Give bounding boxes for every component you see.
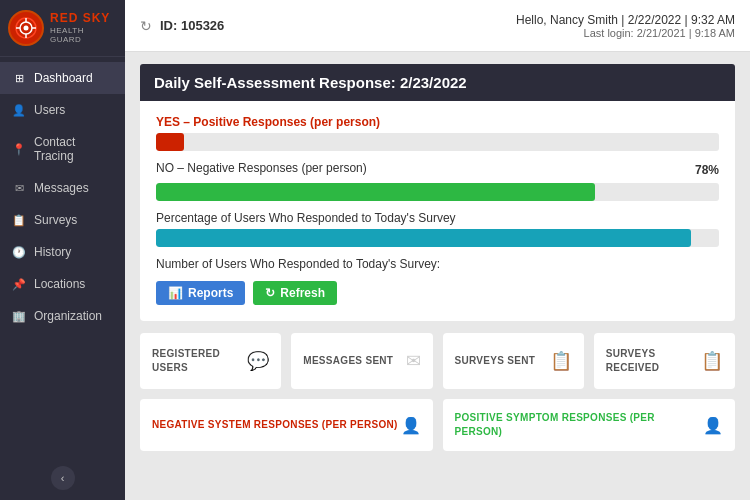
bottom-card-label-negative-system: NEGATIVE SYSTEM RESPONSES (PER PERSON) bbox=[152, 418, 398, 432]
stat-icon-registered-users: 💬 bbox=[247, 350, 269, 372]
content-area: Daily Self-Assessment Response: 2/23/202… bbox=[125, 52, 750, 500]
nav-label-organization: Organization bbox=[34, 309, 102, 323]
stats-row: REGISTERED USERS 💬 MESSAGES SENT ✉ SURVE… bbox=[140, 333, 735, 389]
topbar-last-login: Last login: 2/21/2021 | 9:18 AM bbox=[516, 27, 735, 39]
nav-icon-history: 🕐 bbox=[12, 246, 26, 259]
bottom-card-negative-system: NEGATIVE SYSTEM RESPONSES (PER PERSON) 👤 bbox=[140, 399, 433, 451]
sidebar-item-history[interactable]: 🕐 History bbox=[0, 236, 125, 268]
metric-label-pct: Percentage of Users Who Responded to Tod… bbox=[156, 211, 719, 225]
nav-icon-users: 👤 bbox=[12, 104, 26, 117]
bottom-row: NEGATIVE SYSTEM RESPONSES (PER PERSON) 👤… bbox=[140, 399, 735, 451]
topbar-greeting: Hello, Nancy Smith | 2/22/2022 | 9:32 AM bbox=[516, 13, 735, 27]
logo-icon bbox=[8, 10, 44, 46]
metric-label-yes: YES – Positive Responses (per person) bbox=[156, 115, 719, 129]
sidebar-item-organization[interactable]: 🏢 Organization bbox=[0, 300, 125, 332]
stat-label-surveys-received: SURVEYS RECEIVED bbox=[606, 347, 701, 375]
nav-label-dashboard: Dashboard bbox=[34, 71, 93, 85]
metric-value-no: 78% bbox=[695, 163, 719, 177]
nav-label-messages: Messages bbox=[34, 181, 89, 195]
sidebar-item-surveys[interactable]: 📋 Surveys bbox=[0, 204, 125, 236]
reports-label: Reports bbox=[188, 286, 233, 300]
logo-text: RED SKY HEALTH GUARD bbox=[50, 12, 117, 43]
brand-name: RED SKY bbox=[50, 12, 117, 25]
bottom-card-icon-negative-system: 👤 bbox=[401, 416, 421, 435]
topbar-right: Hello, Nancy Smith | 2/22/2022 | 9:32 AM… bbox=[516, 13, 735, 39]
nav-icon-dashboard: ⊞ bbox=[12, 72, 26, 85]
metric-label-no: NO – Negative Responses (per person) bbox=[156, 161, 367, 175]
topbar-left: ↻ ID: 105326 bbox=[140, 18, 224, 34]
nav-label-contact-tracing: Contact Tracing bbox=[34, 135, 113, 163]
number-label: Number of Users Who Responded to Today's… bbox=[156, 257, 719, 271]
nav-icon-organization: 🏢 bbox=[12, 310, 26, 323]
stat-card-registered-users: REGISTERED USERS 💬 bbox=[140, 333, 281, 389]
topbar-refresh-icon: ↻ bbox=[140, 18, 152, 34]
svg-point-2 bbox=[24, 26, 29, 31]
nav-label-history: History bbox=[34, 245, 71, 259]
sidebar-item-contact-tracing[interactable]: 📍 Contact Tracing bbox=[0, 126, 125, 172]
stat-card-surveys-sent: SURVEYS SENT 📋 bbox=[443, 333, 584, 389]
refresh-label: Refresh bbox=[280, 286, 325, 300]
sidebar-item-messages[interactable]: ✉ Messages bbox=[0, 172, 125, 204]
stat-card-surveys-received: SURVEYS RECEIVED 📋 bbox=[594, 333, 735, 389]
sidebar-item-locations[interactable]: 📌 Locations bbox=[0, 268, 125, 300]
nav-label-locations: Locations bbox=[34, 277, 85, 291]
sidebar-item-users[interactable]: 👤 Users bbox=[0, 94, 125, 126]
collapse-button[interactable]: ‹ bbox=[51, 466, 75, 490]
metric-row-no: NO – Negative Responses (per person) 78% bbox=[156, 161, 719, 179]
nav-label-users: Users bbox=[34, 103, 65, 117]
reports-button[interactable]: 📊 Reports bbox=[156, 281, 245, 305]
stat-icon-surveys-sent: 📋 bbox=[550, 350, 572, 372]
progress-bar-no bbox=[156, 183, 595, 201]
nav-icon-contact-tracing: 📍 bbox=[12, 143, 26, 156]
sidebar-item-dashboard[interactable]: ⊞ Dashboard bbox=[0, 62, 125, 94]
sidebar-collapse-area: ‹ bbox=[0, 456, 125, 500]
progress-bar-pct-container bbox=[156, 229, 719, 247]
progress-bar-no-container bbox=[156, 183, 719, 201]
refresh-button[interactable]: ↻ Refresh bbox=[253, 281, 337, 305]
main-content: ↻ ID: 105326 Hello, Nancy Smith | 2/22/2… bbox=[125, 0, 750, 500]
nav-icon-locations: 📌 bbox=[12, 278, 26, 291]
action-buttons: 📊 Reports ↻ Refresh bbox=[156, 281, 719, 305]
bottom-card-label-positive-symptom: POSITIVE SYMPTOM RESPONSES (PER PERSON) bbox=[455, 411, 704, 439]
progress-bar-pct bbox=[156, 229, 691, 247]
bottom-card-icon-positive-symptom: 👤 bbox=[703, 416, 723, 435]
stat-label-registered-users: REGISTERED USERS bbox=[152, 347, 247, 375]
nav-icon-surveys: 📋 bbox=[12, 214, 26, 227]
sidebar-nav: ⊞ Dashboard 👤 Users 📍 Contact Tracing ✉ … bbox=[0, 57, 125, 456]
progress-bar-yes bbox=[156, 133, 184, 151]
stat-card-messages-sent: MESSAGES SENT ✉ bbox=[291, 333, 432, 389]
nav-icon-messages: ✉ bbox=[12, 182, 26, 195]
assessment-card: Daily Self-Assessment Response: 2/23/202… bbox=[140, 64, 735, 321]
topbar-id: ID: 105326 bbox=[160, 18, 224, 33]
logo: RED SKY HEALTH GUARD bbox=[0, 0, 125, 57]
refresh-btn-icon: ↻ bbox=[265, 286, 275, 300]
stat-icon-surveys-received: 📋 bbox=[701, 350, 723, 372]
assessment-title: Daily Self-Assessment Response: 2/23/202… bbox=[140, 64, 735, 101]
stat-icon-messages-sent: ✉ bbox=[406, 350, 421, 372]
sidebar: RED SKY HEALTH GUARD ⊞ Dashboard 👤 Users… bbox=[0, 0, 125, 500]
nav-label-surveys: Surveys bbox=[34, 213, 77, 227]
bottom-card-positive-symptom: POSITIVE SYMPTOM RESPONSES (PER PERSON) … bbox=[443, 399, 736, 451]
reports-icon: 📊 bbox=[168, 286, 183, 300]
progress-bar-yes-container bbox=[156, 133, 719, 151]
topbar: ↻ ID: 105326 Hello, Nancy Smith | 2/22/2… bbox=[125, 0, 750, 52]
stat-label-surveys-sent: SURVEYS SENT bbox=[455, 354, 536, 368]
stat-label-messages-sent: MESSAGES SENT bbox=[303, 354, 393, 368]
brand-subtitle: HEALTH GUARD bbox=[50, 26, 117, 44]
